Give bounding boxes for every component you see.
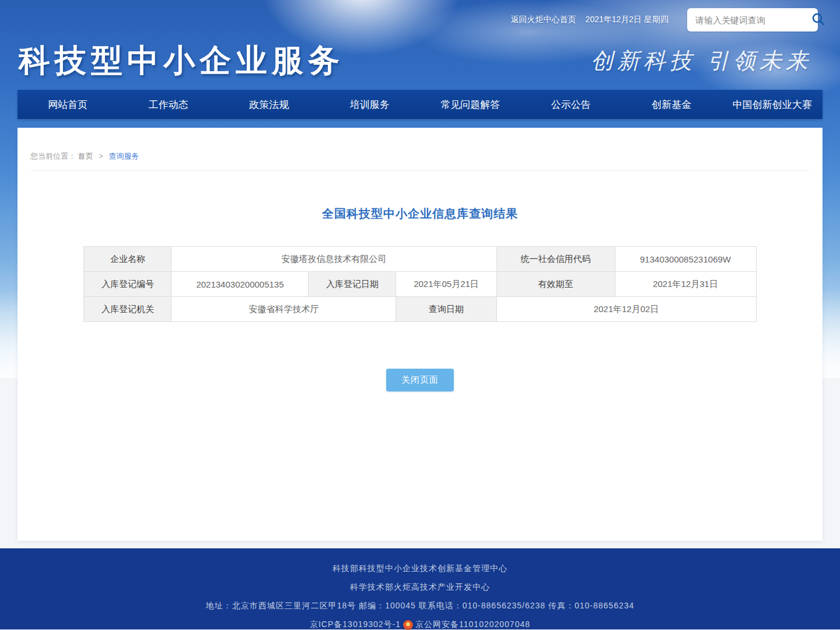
keyword-search-box bbox=[687, 8, 818, 32]
reg-authority-label: 入库登记机关 bbox=[84, 297, 172, 322]
search-input[interactable] bbox=[695, 15, 811, 25]
breadcrumb-divider bbox=[30, 170, 810, 171]
nav-item-announcements[interactable]: 公示公告 bbox=[521, 90, 622, 119]
site-title: 科技型中小企业服务 bbox=[19, 40, 344, 82]
footer-contact-line: 地址：北京市西城区三里河二区甲18号 邮编：100045 联系电话：010-88… bbox=[0, 601, 840, 611]
breadcrumb-home-link[interactable]: 首页 bbox=[78, 152, 93, 160]
result-table: 企业名称 安徽塔孜信息技术有限公司 统一社会信用代码 9134030008523… bbox=[83, 246, 756, 322]
reg-date-value: 2021年05月21日 bbox=[396, 272, 496, 297]
main-navigation: 网站首页 工作动态 政策法规 培训服务 常见问题解答 公示公告 创新基金 中国创… bbox=[18, 90, 822, 119]
current-date: 2021年12月2日 星期四 bbox=[586, 15, 668, 25]
credit-code-label: 统一社会信用代码 bbox=[496, 247, 615, 272]
footer-record-line: 京ICP备13019302号-1 京公网安备11010202007048 bbox=[0, 620, 840, 630]
torch-center-home-link[interactable]: 返回火炬中心首页 bbox=[511, 15, 576, 25]
nav-item-policies[interactable]: 政策法规 bbox=[219, 90, 320, 119]
query-date-value: 2021年12月02日 bbox=[496, 297, 756, 322]
reg-date-label: 入库登记日期 bbox=[309, 272, 396, 297]
button-row: 关闭页面 bbox=[30, 369, 810, 391]
nav-item-faq[interactable]: 常见问题解答 bbox=[420, 90, 521, 119]
top-utility-bar: 返回火炬中心首页 2021年12月2日 星期四 bbox=[0, 0, 840, 32]
police-record-link[interactable]: 京公网安备11010202007048 bbox=[415, 620, 530, 630]
search-button[interactable] bbox=[811, 12, 825, 28]
breadcrumb: 您当前位置： 首页 > 查询服务 bbox=[30, 128, 810, 162]
reg-number-label: 入库登记编号 bbox=[84, 272, 172, 297]
brand-row: 科技型中小企业服务 创新科技 引领未来 bbox=[0, 32, 840, 90]
nav-item-training[interactable]: 培训服务 bbox=[320, 90, 421, 119]
content-panel: 您当前位置： 首页 > 查询服务 全国科技型中小企业信息库查询结果 企业名称 安… bbox=[18, 128, 822, 541]
nav-item-work-news[interactable]: 工作动态 bbox=[118, 90, 219, 119]
nav-item-innovation-contest[interactable]: 中国创新创业大赛 bbox=[722, 90, 823, 119]
company-name-label: 企业名称 bbox=[84, 247, 172, 272]
valid-until-value: 2021年12月31日 bbox=[615, 272, 756, 297]
page-footer: 科技部科技型中小企业技术创新基金管理中心 科学技术部火炬高技术产业开发中心 地址… bbox=[0, 548, 840, 629]
nav-item-home[interactable]: 网站首页 bbox=[18, 90, 118, 119]
table-row: 入库登记机关 安徽省科学技术厅 查询日期 2021年12月02日 bbox=[84, 297, 756, 322]
reg-authority-value: 安徽省科学技术厅 bbox=[172, 297, 396, 322]
table-row: 入库登记编号 202134030200005135 入库登记日期 2021年05… bbox=[84, 272, 756, 297]
police-badge-icon bbox=[403, 620, 413, 630]
result-page-title: 全国科技型中小企业信息库查询结果 bbox=[30, 206, 810, 222]
breadcrumb-current-link[interactable]: 查询服务 bbox=[108, 152, 139, 160]
footer-org-line2: 科学技术部火炬高技术产业开发中心 bbox=[0, 582, 840, 593]
reg-number-value: 202134030200005135 bbox=[172, 272, 309, 297]
company-name-value: 安徽塔孜信息技术有限公司 bbox=[172, 247, 496, 272]
close-page-button[interactable]: 关闭页面 bbox=[386, 369, 454, 391]
search-icon bbox=[811, 12, 825, 28]
breadcrumb-prefix: 您当前位置： bbox=[30, 152, 76, 160]
credit-code-value: 91340300085231069W bbox=[615, 247, 756, 272]
query-date-label: 查询日期 bbox=[396, 297, 496, 322]
valid-until-label: 有效期至 bbox=[496, 272, 615, 297]
footer-org-line1: 科技部科技型中小企业技术创新基金管理中心 bbox=[0, 564, 840, 574]
icp-record-link[interactable]: 京ICP备13019302号-1 bbox=[310, 620, 401, 630]
nav-item-innovation-fund[interactable]: 创新基金 bbox=[621, 90, 722, 119]
table-row: 企业名称 安徽塔孜信息技术有限公司 统一社会信用代码 9134030008523… bbox=[84, 247, 756, 272]
site-slogan: 创新科技 引领未来 bbox=[591, 46, 812, 76]
breadcrumb-separator: > bbox=[99, 152, 103, 160]
